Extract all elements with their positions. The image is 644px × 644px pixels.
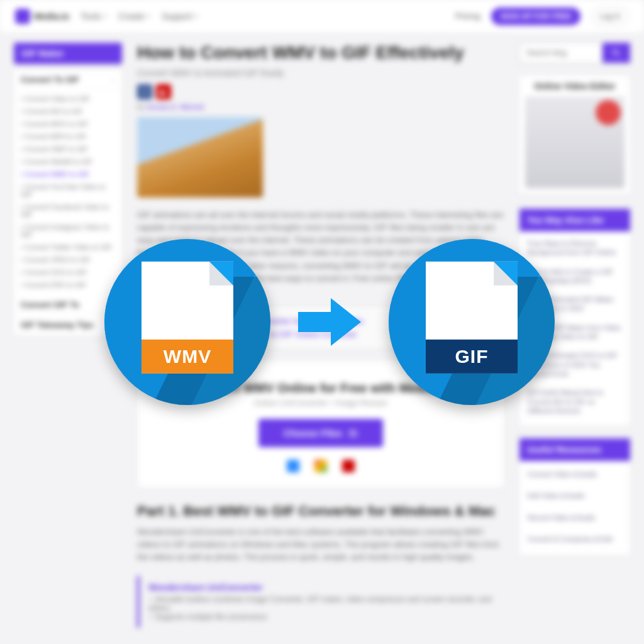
sidebar-item-active[interactable]: • Convert WMV to GIF [14,168,121,180]
chevron-down-icon: ▾ [104,13,107,19]
resource-link[interactable]: Convert & Compress & Edit [520,528,630,550]
facebook-share-icon[interactable]: f [137,84,152,99]
tool-subheading: Online UniConverter • Image Resizer [153,398,489,408]
google-drive-icon[interactable] [314,460,327,472]
also-like-heading: You May Also Like [519,209,630,231]
sidebar-title: GIF Maker [14,43,122,64]
logo-icon [15,9,30,24]
article: How to Convert WMV to GIF Effectively Co… [137,43,504,628]
sidebar-item[interactable]: • Convert SWF to GIF [14,143,121,155]
also-link[interactable]: 10 Best GIF Maker from Video – Change Vi… [520,318,630,347]
nav-create[interactable]: Create▾ [118,11,150,21]
product-pitch: Wondershare UniConverter – Versatile too… [137,576,504,628]
sidebar-item[interactable]: • Convert SVG to GIF [14,266,121,279]
also-link[interactable]: How to Add or Create a GIF for WhatsApp … [520,262,630,291]
sidebar-item[interactable]: • Convert Twitter Video to GIF [14,241,121,253]
sidebar-item[interactable]: • Convert AVI to GIF [14,105,121,118]
youtube-share-icon[interactable]: ▶ [156,84,171,99]
choose-files-button[interactable]: Choose Files 🗀 [258,419,383,447]
promo-title: Online Video Editor [525,81,625,91]
hero-image [137,117,263,197]
login-button[interactable]: Log In [592,8,629,25]
sidebar-item[interactable]: • Convert MP4 to GIF [14,130,121,143]
sidebar-item[interactable]: • Convert JPEG to GIF [14,253,121,266]
resource-link[interactable]: Convert Video & Audio [520,464,630,485]
table-of-contents: • Part 1. Best WMV to GIF Converter for … [147,306,504,349]
tool-box: Convert WMV Online for Free with Media.i… [137,360,504,488]
sidebar-item[interactable]: • Convert PDF to GIF [14,279,121,291]
sidebar-item[interactable]: • Convert Facebook Video to GIF [14,201,121,221]
intro-paragraph: GIF animations are all over the internet… [137,209,504,297]
brand-logo[interactable]: Media.io [15,9,69,24]
also-link[interactable]: 6 Easy Animated SVG to GIF Converters of… [520,346,630,383]
author-link[interactable]: Kendra D. Mitchell [147,103,204,111]
also-link[interactable]: [10 Useful Ways] How to Convert AVI to G… [520,383,630,420]
dropbox-icon[interactable] [287,460,299,472]
toc-item[interactable]: • Part 1. Best WMV to GIF Converter for … [158,314,494,328]
topbar: Media.io Tools▾ Create▾ Support▾ Pricing… [0,0,644,33]
resources-heading: Useful Resources [519,438,630,461]
chevron-down-icon: ▾ [195,13,198,19]
resource-link[interactable]: Edit Video & Audio [520,485,630,506]
byline: By Kendra D. Mitchell [137,103,504,111]
toc-item[interactable]: • Part 2. How to Convert WMV to GIF Onli… [158,328,494,341]
article-title: How to Convert WMV to GIF Effectively [137,43,504,63]
folder-icon: 🗀 [348,428,358,438]
signup-button[interactable]: SIGN UP FOR FREE [491,8,580,25]
pitch-title[interactable]: Wondershare UniConverter [148,582,496,592]
also-link[interactable]: Top 10 Animated GIF Maker and Editor in … [520,290,630,318]
also-link[interactable]: Free Ways to Remove Background from GIF … [520,234,630,262]
article-subtitle: Convert WMV to Animated GIF Easily [137,68,504,78]
pricing-link[interactable]: Pricing [455,11,480,21]
part1-body: Wondershare UniConverter is one of the b… [137,526,504,564]
sidebar-group-convert-gif-to[interactable]: Convert GIF To [14,295,121,315]
sidebar-group-convert-to-gif[interactable]: Convert To GIF– [14,70,121,90]
sidebar: GIF Maker Convert To GIF– • Convert Vide… [14,43,122,628]
sidebar-item[interactable]: • Convert Instagram Video to GIF [14,221,121,241]
sidebar-item[interactable]: • Convert Video to GIF [14,92,121,105]
part1-heading: Part 1. Best WMV to GIF Converter for Wi… [137,503,504,519]
sidebar-item[interactable]: • Convert YouTube Video to GIF [14,180,121,201]
nav-tools[interactable]: Tools▾ [80,11,107,21]
search-icon [611,48,621,58]
minus-icon: – [111,76,115,84]
promo-card[interactable]: Online Video Editor [519,75,630,194]
search-box [519,43,630,63]
search-button[interactable] [602,43,630,63]
right-column: Online Video Editor You May Also Like Fr… [519,43,630,628]
promo-badge-icon [596,100,621,125]
sidebar-item[interactable]: • Convert MOV to GIF [14,118,121,130]
tool-heading: Convert WMV Online for Free with Media.i… [153,381,489,396]
sidebar-item[interactable]: • Convert WebM to GIF [14,155,121,168]
resource-link[interactable]: Record Video & Audio [520,507,630,528]
youtube-icon[interactable] [342,460,355,472]
nav-support[interactable]: Support▾ [162,11,198,21]
search-input[interactable] [519,43,602,63]
brand-name: Media.io [34,11,69,21]
sidebar-group-tips[interactable]: GIF Takeaway Tips [14,315,121,335]
promo-image [525,96,625,188]
chevron-down-icon: ▾ [147,13,150,19]
